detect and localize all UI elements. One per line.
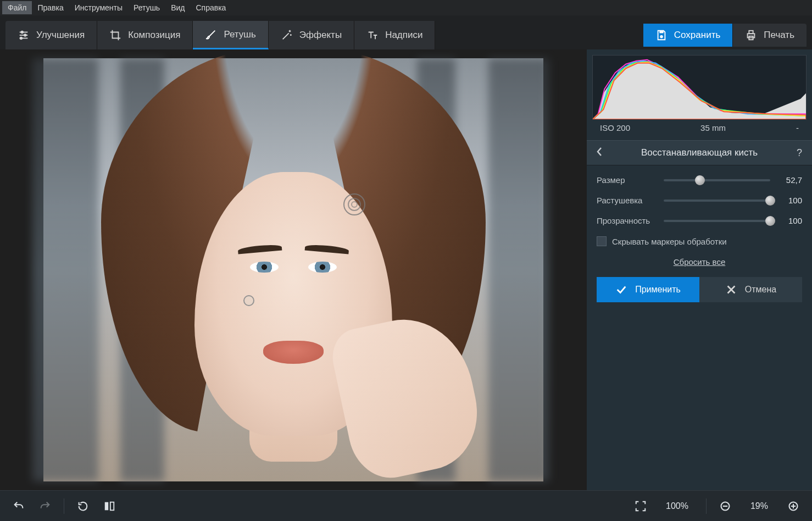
panel-header: Восстанавливающая кисть ? [587,140,812,165]
cancel-label: Отмена [745,285,776,295]
slider-size-value: 52,7 [777,175,802,185]
save-icon [655,29,668,41]
menu-view[interactable]: Вид [165,1,190,14]
panel-back-button[interactable] [593,147,605,159]
tab-text[interactable]: Надписи [354,21,435,49]
svg-point-3 [21,31,23,34]
tab-label: Эффекты [299,30,342,41]
svg-rect-9 [749,31,753,34]
svg-rect-6 [659,31,663,34]
slider-size-label: Размер [597,175,657,185]
tab-label: Улучшения [36,30,85,41]
menu-file[interactable]: Файл [2,1,32,14]
print-icon [745,29,757,41]
meta-extra: - [796,123,799,132]
apply-button[interactable]: Применить [597,277,699,302]
slider-size[interactable] [664,179,770,181]
close-icon [725,284,737,296]
slider-opacity-value: 100 [777,216,802,225]
hide-markers-checkbox[interactable] [597,236,607,246]
toolbar: Улучшения Композиция Ретушь Эффекты Надп… [0,15,812,49]
slider-feather-value: 100 [777,196,802,205]
rotate-button[interactable] [72,495,94,517]
zoom-in-button[interactable] [782,495,804,517]
tab-label: Композиция [128,30,180,41]
fit-screen-button[interactable] [630,495,652,517]
tab-label: Ретушь [224,29,255,40]
save-button[interactable]: Сохранить [643,24,733,47]
svg-point-4 [24,34,26,36]
menu-edit[interactable]: Правка [32,1,69,14]
side-panel: ISO 200 35 mm - Восстанавливающая кисть … [587,49,812,490]
svg-point-5 [20,37,23,40]
tab-retouch[interactable]: Ретушь [193,21,268,49]
slider-opacity-label: Прозрачность [597,216,657,225]
panel-title: Восстанавливающая кисть [605,147,793,158]
svg-rect-11 [105,502,108,510]
print-button[interactable]: Печать [733,24,807,47]
zoom-fit-label[interactable]: 100% [656,501,698,511]
check-icon [615,284,627,296]
meta-focal: 35 mm [700,123,726,132]
tab-composition[interactable]: Композиция [97,21,193,49]
redo-button[interactable] [34,495,56,517]
histogram[interactable] [592,55,807,120]
tab-effects[interactable]: Эффекты [269,21,354,49]
zoom-current-label[interactable]: 19% [741,501,778,511]
tab-enhancements[interactable]: Улучшения [5,21,97,49]
bottom-bar: 100% 19% [0,490,812,521]
photo-preview[interactable] [43,58,543,481]
menu-bar: Файл Правка Инструменты Ретушь Вид Справ… [0,0,812,15]
hide-markers-label: Скрывать маркеры обработки [612,237,727,246]
cancel-button[interactable]: Отмена [699,277,802,302]
save-label: Сохранить [674,30,720,41]
svg-point-7 [660,35,663,38]
reset-all-link[interactable]: Сбросить все [674,257,725,267]
panel-help-button[interactable]: ? [793,147,805,159]
menu-retouch[interactable]: Ретушь [128,1,165,14]
svg-rect-12 [110,502,114,510]
zoom-out-button[interactable] [714,495,736,517]
tab-label: Надписи [385,30,422,41]
slider-feather-label: Растушевка [597,196,657,205]
canvas-pane[interactable] [0,49,587,490]
undo-button[interactable] [8,495,30,517]
compare-button[interactable] [98,495,120,517]
menu-help[interactable]: Справка [190,1,231,14]
crop-icon [109,29,121,41]
slider-feather[interactable] [664,199,770,202]
brush-icon [205,29,217,41]
slider-opacity[interactable] [664,220,770,222]
sliders-icon [18,29,30,41]
apply-label: Применить [635,285,681,295]
print-label: Печать [764,30,794,41]
menu-tools[interactable]: Инструменты [69,1,128,14]
meta-iso: ISO 200 [600,123,630,132]
wand-icon [281,29,293,41]
text-icon [366,29,379,41]
